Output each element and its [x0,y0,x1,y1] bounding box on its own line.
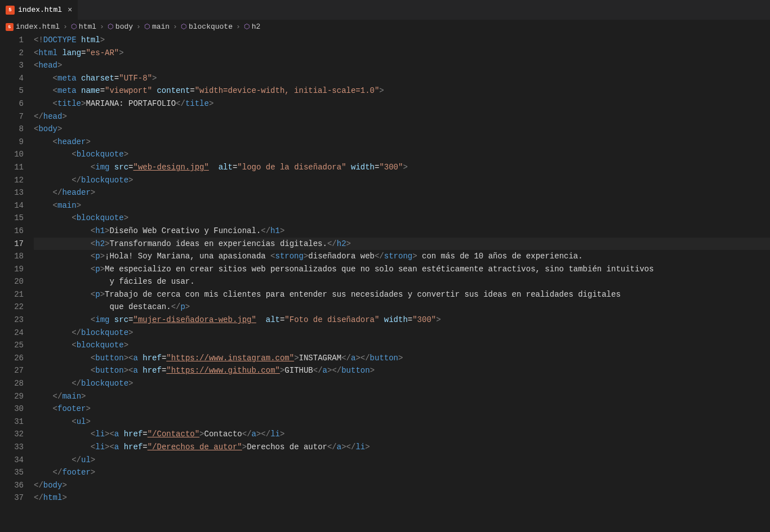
line-gutter: 1234567891011121314151617181920212223242… [0,34,34,532]
close-icon[interactable]: × [68,6,72,15]
code-editor[interactable]: 1234567891011121314151617181920212223242… [0,34,770,532]
html5-icon: 5 [6,23,14,31]
tab-bar: 5 index.html × [0,0,770,20]
symbol-icon: ⬡ [108,23,113,31]
tab-label: index.html [18,6,62,14]
chevron-right-icon: › [136,23,141,31]
breadcrumb-h2[interactable]: h2 [252,23,261,31]
html5-icon: 5 [6,6,15,15]
breadcrumb-body[interactable]: body [115,23,133,31]
code-area[interactable]: <!DOCTYPE html><html lang="es-AR"><head>… [34,34,770,532]
breadcrumb-file[interactable]: index.html [16,23,60,31]
chevron-right-icon: › [100,23,104,31]
symbol-icon: ⬡ [71,23,77,31]
breadcrumb-main[interactable]: main [152,23,170,31]
chevron-right-icon: › [236,23,241,31]
chevron-right-icon: › [63,23,68,31]
editor-tab-index-html[interactable]: 5 index.html × [0,0,78,20]
symbol-icon: ⬡ [181,23,186,31]
breadcrumb-html[interactable]: html [79,23,96,31]
symbol-icon: ⬡ [144,23,150,31]
symbol-icon: ⬡ [244,23,250,31]
chevron-right-icon: › [173,23,177,31]
breadcrumb-blockquote[interactable]: blockquote [189,23,233,31]
breadcrumb: 5 index.html › ⬡ html › ⬡ body › ⬡ main … [0,20,770,34]
